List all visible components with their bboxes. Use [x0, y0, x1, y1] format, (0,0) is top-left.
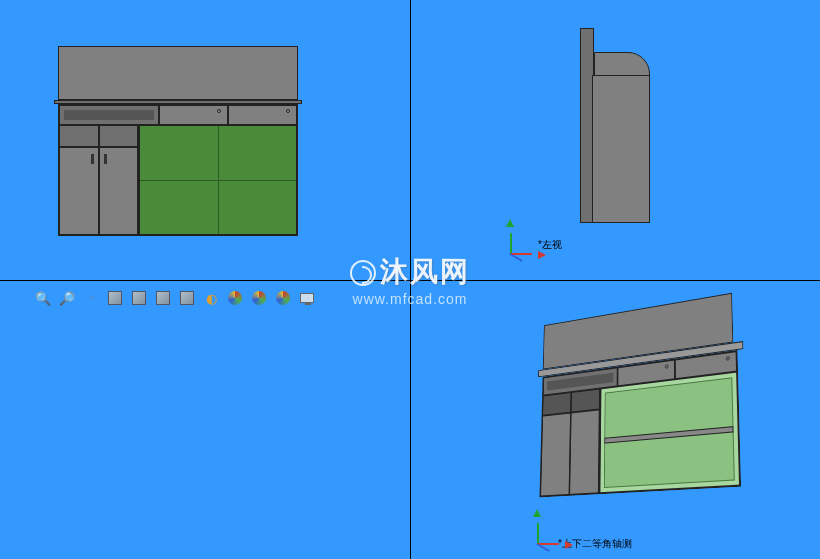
cabinet-lower — [59, 125, 297, 235]
lock-icon — [665, 364, 669, 368]
glass-divider — [218, 126, 219, 234]
iso-shelf — [604, 426, 733, 444]
door-pair — [59, 147, 138, 235]
y-axis-icon — [510, 233, 512, 255]
color-view-3-icon[interactable] — [275, 290, 291, 306]
door-right — [99, 147, 139, 235]
viewport-label: *左视 — [538, 238, 562, 252]
zoom-out-icon[interactable]: 🔎 — [59, 290, 75, 306]
cabinet-side-model — [580, 28, 650, 223]
iso-body — [539, 350, 741, 497]
cubby-row — [59, 125, 138, 147]
viewport-dimetric[interactable]: *上下二等角轴测 — [410, 280, 820, 560]
y-arrow-icon — [533, 509, 541, 517]
lock-icon — [726, 356, 730, 361]
viewport-top[interactable] — [0, 280, 410, 560]
x-arrow-icon — [538, 251, 546, 259]
cubby — [59, 125, 99, 147]
view-cube-1-icon[interactable] — [107, 290, 123, 306]
view-toolbar: 🔍 🔎 ⌖ ◐ — [35, 290, 315, 306]
glass-doors — [139, 125, 297, 235]
handle-icon — [91, 154, 94, 164]
viewport-grid: *左视 — [0, 0, 820, 559]
zoom-in-icon[interactable]: 🔍 — [35, 290, 51, 306]
drawer-1 — [159, 105, 228, 125]
left-section — [59, 125, 139, 235]
iso-doors — [540, 409, 599, 496]
cabinet-front-model — [58, 46, 298, 236]
color-view-2-icon[interactable] — [251, 290, 267, 306]
cubby — [99, 125, 139, 147]
drawer-2 — [228, 105, 297, 125]
lock-icon — [286, 109, 290, 113]
origin-triad — [527, 515, 567, 555]
side-body — [592, 75, 650, 223]
door — [540, 413, 570, 497]
view-cube-2-icon[interactable] — [131, 290, 147, 306]
door-left — [59, 147, 99, 235]
y-arrow-icon — [506, 219, 514, 227]
color-view-1-icon[interactable] — [227, 290, 243, 306]
handle-icon — [104, 154, 107, 164]
cabinet-iso-model — [534, 289, 762, 509]
cabinet-back-panel — [58, 46, 298, 100]
display-icon[interactable] — [299, 290, 315, 306]
iso-left-section — [540, 388, 600, 496]
keyboard-tray — [59, 105, 159, 125]
view-cube-4-icon[interactable] — [179, 290, 195, 306]
x-arrow-icon — [565, 541, 573, 549]
viewport-front[interactable] — [0, 0, 410, 280]
y-axis-icon — [537, 523, 539, 545]
viewport-left-side[interactable]: *左视 — [410, 0, 820, 280]
zoom-window-icon[interactable]: ⌖ — [83, 290, 99, 306]
iso-glass-doors — [600, 372, 741, 494]
origin-triad — [500, 225, 540, 265]
door — [569, 409, 600, 494]
drawer-row — [59, 105, 297, 125]
lock-icon — [217, 109, 221, 113]
view-cube-3-icon[interactable] — [155, 290, 171, 306]
shade-mode-icon[interactable]: ◐ — [203, 290, 219, 306]
